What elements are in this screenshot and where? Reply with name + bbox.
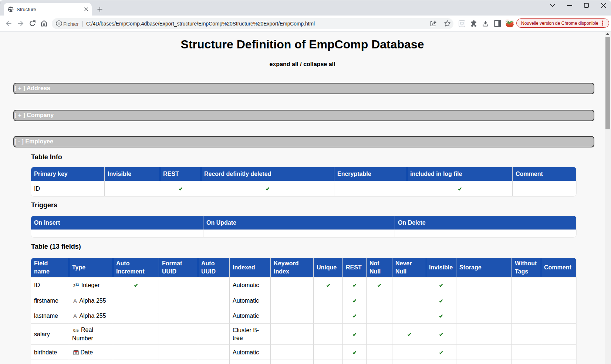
svg-text:17: 17 <box>75 352 78 354</box>
